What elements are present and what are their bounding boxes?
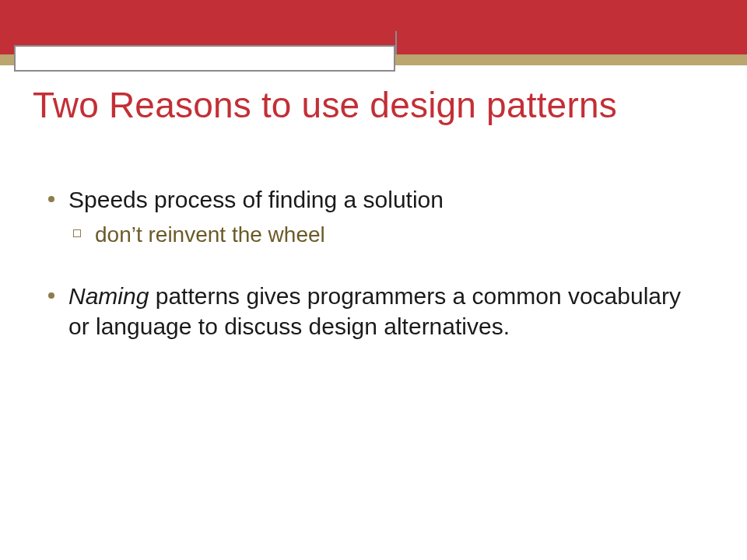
sub-bullet-text: don’t reinvent the wheel [95, 222, 325, 247]
slide-title: Two Reasons to use design patterns [33, 84, 717, 126]
header-white-notch [14, 45, 395, 72]
bullet-text-rest: patterns gives programmers a common voca… [68, 283, 681, 338]
bullet-lead-italic: Naming [68, 283, 149, 309]
bullet-item: Naming patterns gives programmers a comm… [45, 282, 699, 341]
slide: Two Reasons to use design patterns Speed… [0, 0, 747, 560]
header-divider-line [395, 31, 397, 54]
bullet-item: Speeds process of finding a solution don… [45, 185, 699, 249]
slide-body: Speeds process of finding a solution don… [45, 185, 699, 374]
bullet-text: Speeds process of finding a solution [68, 187, 444, 212]
sub-bullet-item: don’t reinvent the wheel [68, 221, 699, 249]
